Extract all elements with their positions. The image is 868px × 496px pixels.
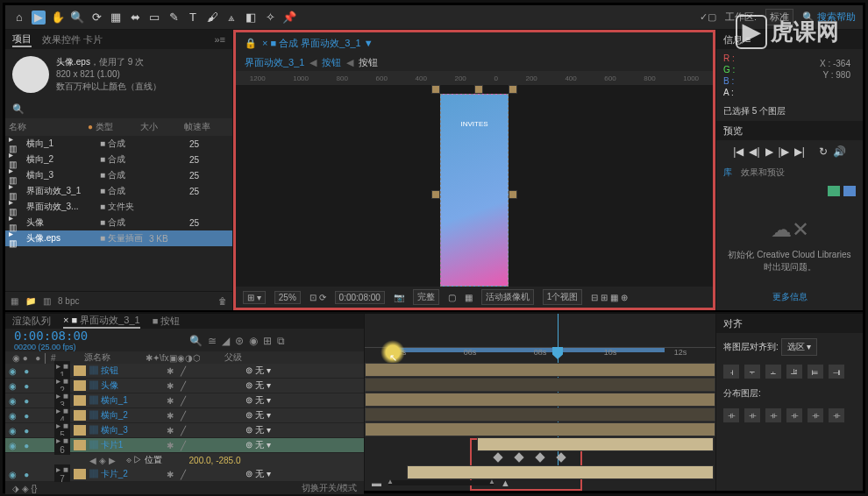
layer-row[interactable]: ◉ ●▸ ■ 7▥ 卡片_2✱ ╱⊚ 无 ▾ <box>5 467 364 482</box>
bpc-button[interactable]: 8 bpc <box>58 296 79 306</box>
layer-list[interactable]: ◉ ●▸ ■ 1▥ 按钮✱ ╱⊚ 无 ▾◉ ●▸ ■ 2▥ 头像✱ ╱⊚ 无 ▾… <box>5 364 364 482</box>
new-comp-icon[interactable]: ▥ <box>43 296 51 306</box>
zoom-tool-icon[interactable]: 🔍 <box>70 11 84 25</box>
dist-2-icon[interactable]: ⟛ <box>744 408 760 422</box>
new-folder-icon[interactable]: 📁 <box>25 296 36 306</box>
dist-4-icon[interactable]: ⟛ <box>786 408 802 422</box>
align-bottom-icon[interactable]: ⫣ <box>829 365 844 379</box>
tl-mb-icon[interactable]: ◉ <box>249 335 258 347</box>
layer-bar[interactable] <box>365 393 715 407</box>
switch-modes-button[interactable]: 切换开关/模式 <box>302 482 357 494</box>
trash-icon[interactable]: 🗑 <box>218 296 227 306</box>
home-icon[interactable]: ⌂ <box>12 11 26 25</box>
tl-graph-icon[interactable]: ⊞ <box>263 335 272 347</box>
interpret-icon[interactable]: ▦ <box>11 296 18 306</box>
rect-tool-icon[interactable]: ▭ <box>147 11 161 25</box>
playhead[interactable] <box>558 314 559 363</box>
transparency-icon[interactable]: ▦ <box>465 293 473 302</box>
brush-tool-icon[interactable]: 🖌 <box>205 11 219 25</box>
puppet-tool-icon[interactable]: 📌 <box>282 11 296 25</box>
hand-tool-icon[interactable]: ✋ <box>51 11 65 25</box>
project-row[interactable]: ▸ ▥横向_1■ 合成25 <box>5 136 232 152</box>
mute-icon[interactable]: 🔊 <box>833 145 846 158</box>
project-search[interactable]: 🔍 <box>5 100 232 118</box>
align-top-icon[interactable]: ⫡ <box>786 365 802 379</box>
timeline-graph[interactable]: 04s06s08s10s12s ↖ ▬ ▲ <box>365 314 715 491</box>
roi-icon[interactable]: ▢ <box>448 293 456 302</box>
layer-bar[interactable] <box>365 378 715 392</box>
zoom-dropdown[interactable]: 25% <box>274 291 301 304</box>
last-frame-icon[interactable]: ▶| <box>794 145 805 158</box>
align-left-icon[interactable]: ⫞ <box>723 365 739 379</box>
grid-dropdown[interactable]: ⊞ ▾ <box>243 291 266 304</box>
project-row[interactable]: ▸ ▥横向_2■ 合成25 <box>5 152 232 167</box>
grid-view-icon[interactable] <box>828 186 840 196</box>
tab-render-queue[interactable]: 渲染队列 <box>12 315 51 328</box>
col-size[interactable]: 大小 <box>140 121 175 133</box>
tab-timeline-comp[interactable]: × ■ 界面动效_3_1 <box>63 314 140 329</box>
project-list[interactable]: ▸ ▥横向_1■ 合成25▸ ▥横向_2■ 合成25▸ ▥横向_3■ 合成25▸… <box>5 136 232 291</box>
dist-3-icon[interactable]: ⟛ <box>765 408 781 422</box>
crumb-2[interactable]: 按钮 <box>322 56 341 69</box>
zoom-out-icon[interactable]: ▬ <box>372 478 381 488</box>
fastpreview-icon[interactable]: ⊡ ⟳ <box>309 293 326 302</box>
artboard[interactable]: INVITES <box>440 94 509 287</box>
tl-shy-icon[interactable]: ◢ <box>222 335 230 347</box>
crumb-1[interactable]: 界面动效_3_1 <box>245 56 304 69</box>
loop-icon[interactable]: ↻ <box>819 145 828 158</box>
snap-icon[interactable]: ✓▢ <box>700 11 716 23</box>
text-tool-icon[interactable]: T <box>186 11 200 25</box>
tl-comp-icon[interactable]: ≅ <box>208 335 217 347</box>
align-vcenter-icon[interactable]: ⫢ <box>808 365 823 379</box>
snapshot-icon[interactable]: 📷 <box>394 293 404 302</box>
time-display[interactable]: 0:00:08:00 <box>335 291 385 304</box>
roto-tool-icon[interactable]: ✧ <box>263 11 277 25</box>
comp-canvas[interactable]: INVITES <box>236 85 713 287</box>
project-row[interactable]: ▸ ▥界面动效_3...■ 文件夹 <box>5 199 232 215</box>
prev-frame-icon[interactable]: ◀| <box>749 145 759 158</box>
col-name[interactable]: 名称 <box>9 121 79 133</box>
lock-icon[interactable]: 🔒 <box>245 38 257 49</box>
camera-dropdown[interactable]: 活动摄像机 <box>481 289 534 305</box>
project-row[interactable]: ▸ ▥界面动效_3_1■ 合成25 <box>5 183 232 199</box>
panel-menu-icon[interactable]: »≡ <box>214 34 225 45</box>
align-hcenter-icon[interactable]: ⫟ <box>744 365 760 379</box>
toggle-switches-icon[interactable]: ⬗ ◈ {} <box>12 484 37 493</box>
cc-more-info-link[interactable]: 更多信息 <box>716 291 863 308</box>
tab-project[interactable]: 项目 <box>12 32 32 47</box>
tab-effects-presets[interactable]: 效果和预设 <box>741 167 785 179</box>
project-row[interactable]: ▸ ▥头像■ 合成25 <box>5 215 232 230</box>
preview-panel-header[interactable]: 预览 <box>716 121 863 140</box>
col-type[interactable]: ● 类型 <box>88 121 132 133</box>
align-to-dropdown[interactable]: 选区 ▾ <box>781 338 818 356</box>
panbehind-tool-icon[interactable]: ⬌ <box>128 11 142 25</box>
layer-bar[interactable] <box>365 363 715 377</box>
rotate-tool-icon[interactable]: ⟳ <box>89 11 103 25</box>
align-header[interactable]: 对齐 <box>716 314 863 333</box>
tl-3d-icon[interactable]: ⧉ <box>277 335 285 347</box>
tl-search-icon[interactable]: 🔍 <box>189 335 203 347</box>
view-icons[interactable]: ⊟ ⊞ ▦ ⊕ <box>591 293 627 302</box>
align-right-icon[interactable]: ⫠ <box>765 365 781 379</box>
pen-tool-icon[interactable]: ✎ <box>167 11 181 25</box>
layer-row[interactable]: ◉ ●▸ ■ 6▥ 卡片1✱ ╱⊚ 无 ▾ <box>5 438 364 453</box>
layer-bar[interactable] <box>407 465 714 479</box>
layer-bar[interactable] <box>365 422 715 436</box>
timeline-timecode[interactable]: 0:00:08:00 00200 (25.00 fps) <box>5 329 364 351</box>
list-view-icon[interactable] <box>843 186 856 196</box>
views-dropdown[interactable]: 1个视图 <box>543 289 583 305</box>
camera-tool-icon[interactable]: ▦ <box>109 11 123 25</box>
play-icon[interactable]: ▶ <box>765 145 773 158</box>
project-row[interactable]: ▸ ▥头像.eps■ 矢量插画3 KB <box>5 230 232 246</box>
first-frame-icon[interactable]: |◀ <box>733 145 743 158</box>
tl-fx-icon[interactable]: ⊛ <box>235 335 244 347</box>
dist-6-icon[interactable]: ⟛ <box>829 408 844 422</box>
layer-bar[interactable] <box>365 407 715 422</box>
dist-1-icon[interactable]: ⟛ <box>723 408 739 422</box>
tab-effect-controls[interactable]: 效果控件 卡片 <box>42 33 103 46</box>
next-frame-icon[interactable]: |▶ <box>779 145 789 158</box>
dist-5-icon[interactable]: ⟛ <box>808 408 823 422</box>
resolution-dropdown[interactable]: 完整 <box>413 289 439 305</box>
clone-tool-icon[interactable]: ⟁ <box>224 11 238 25</box>
eraser-tool-icon[interactable]: ◧ <box>244 11 258 25</box>
